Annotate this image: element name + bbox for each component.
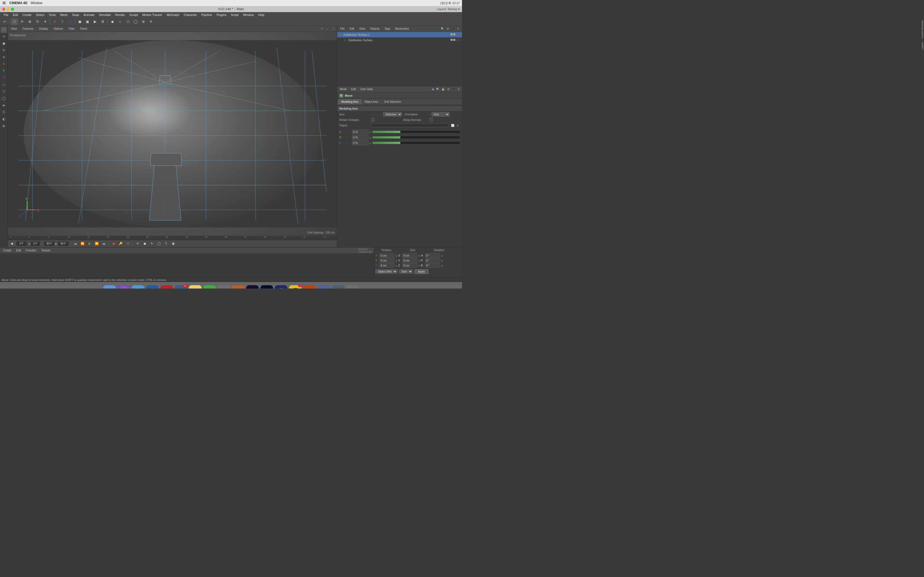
obj-tab-bookmarks[interactable]: Bookmarks — [393, 27, 411, 31]
x-input[interactable] — [352, 130, 368, 134]
obj-tab-objects[interactable]: Objects — [368, 27, 381, 31]
menu-create[interactable]: Create — [21, 13, 34, 17]
dock-find-my[interactable]: 📍 — [203, 285, 216, 288]
h-rot-input[interactable] — [425, 253, 440, 258]
z-axis-btn[interactable]: Z — [66, 18, 74, 25]
scale-tool-btn[interactable]: ⊕ — [26, 18, 33, 25]
viewport-down-btn[interactable]: ↓ — [325, 26, 330, 31]
dock-cinema4d-render[interactable]: 🌀 — [275, 285, 288, 288]
dock-safari[interactable]: 🧭 — [132, 285, 144, 288]
tool-edges[interactable]: ✛ — [0, 33, 7, 40]
obj-mgr-settings-btn[interactable]: ⚙ — [446, 27, 450, 31]
tab-panel[interactable]: Panel — [78, 27, 90, 31]
x-stepper[interactable]: ▲ — [369, 131, 371, 133]
attr-close-btn[interactable]: ✕ — [457, 87, 461, 92]
z-stepper[interactable]: ▲ — [369, 142, 371, 144]
select-tool-btn[interactable]: ⬡ — [11, 18, 18, 25]
x-pos-input[interactable] — [380, 253, 394, 258]
fullscreen-button[interactable] — [11, 8, 14, 11]
b-rot-input[interactable] — [425, 263, 440, 268]
tool-select-rect[interactable]: ◇ — [0, 81, 7, 88]
attr-search-btn[interactable]: 🔍 — [436, 87, 440, 92]
menu-plugins[interactable]: Plugins — [215, 13, 228, 17]
y-stepper[interactable]: ▲ — [369, 137, 371, 138]
dock-notes[interactable]: 📝 — [189, 285, 202, 288]
viewport-panel-btn[interactable]: □ — [331, 26, 336, 31]
dock-illustrator[interactable]: Ai — [232, 285, 244, 288]
tab-display[interactable]: Display — [37, 27, 50, 31]
y-size-up[interactable]: ▲ — [418, 259, 420, 262]
transform-tool-btn[interactable]: ✦ — [42, 18, 48, 25]
dock-after-effects[interactable]: Ae — [246, 285, 259, 288]
menu-file[interactable]: File — [2, 13, 10, 17]
x-pos-up[interactable]: ▲ — [395, 255, 397, 257]
z-pos-input[interactable] — [380, 263, 394, 268]
attr-tab-user-data[interactable]: User Data — [359, 87, 374, 91]
apple-menu[interactable]: ⌘ — [2, 1, 6, 5]
attr-tab-edit[interactable]: Edit — [349, 87, 357, 91]
object-mode-btn[interactable]: ◼ — [76, 18, 83, 25]
current-frame-input[interactable] — [16, 241, 27, 246]
dock-filezilla[interactable]: 📁 321 — [174, 285, 187, 288]
attr-retain-checkbox[interactable] — [371, 118, 375, 121]
sym-btn[interactable]: ⊗ — [140, 18, 147, 25]
tool-x[interactable]: ✕ — [0, 61, 7, 67]
dock-image-viewer[interactable]: 🖼 — [318, 285, 330, 288]
attr-axis-select[interactable]: Selected World Camera Parent — [383, 112, 402, 116]
play-btn[interactable]: ▶ — [87, 241, 93, 247]
app-name[interactable]: CINEMA 4D — [9, 1, 27, 5]
x-size-input[interactable] — [402, 253, 417, 258]
render-btn[interactable]: ▶ — [92, 18, 99, 25]
window-menu[interactable]: Window — [31, 1, 43, 5]
obj-mgr-expand-btn[interactable]: ⬛ — [451, 27, 455, 31]
tab-filter[interactable]: Filter — [66, 27, 77, 31]
x-size-up[interactable]: ▲ — [418, 255, 420, 257]
grid-btn[interactable]: ⬡ — [124, 18, 131, 25]
tool-points[interactable]: ⬡ — [0, 26, 7, 33]
y-size-input[interactable] — [402, 258, 417, 263]
menu-character[interactable]: Character — [182, 13, 199, 17]
move-tool-btn[interactable]: ✛ — [18, 18, 26, 25]
tool-polygons[interactable]: ◼ — [0, 40, 7, 47]
viewport-maximize-btn[interactable]: ↗ — [319, 26, 324, 31]
fps-input[interactable] — [58, 241, 69, 246]
attr-back-btn[interactable]: ◀ — [430, 87, 435, 92]
frame-value[interactable] — [31, 241, 40, 246]
y-input[interactable] — [352, 135, 368, 140]
mat-tab-edit[interactable]: Edit — [14, 248, 23, 253]
z-size-up[interactable]: ▲ — [418, 264, 420, 267]
tool-lasso[interactable]: ▽ — [0, 88, 7, 95]
add-key-btn[interactable]: ✛ — [134, 241, 141, 247]
key-film-btn[interactable]: ▣ — [170, 241, 176, 247]
dock-opera[interactable]: O — [160, 285, 173, 288]
mat-tab-create[interactable]: Create — [1, 248, 13, 253]
x-axis-btn[interactable]: ✕ — [51, 18, 58, 25]
z-size-input[interactable] — [402, 263, 417, 268]
y-axis-btn[interactable]: Y — [59, 18, 66, 25]
dock-finder[interactable]: 🖥 — [103, 285, 116, 288]
dock-trash[interactable]: 🗑 — [346, 285, 359, 288]
menu-help[interactable]: Help — [256, 13, 267, 17]
menu-mesh[interactable]: Mesh — [58, 13, 69, 17]
apply-button[interactable]: Apply — [414, 269, 428, 274]
attr-settings-btn[interactable]: ⚙ — [446, 87, 451, 92]
dock-transmission[interactable]: ⬇ — [303, 285, 316, 288]
frame-start-btn[interactable]: ◀| — [9, 241, 15, 247]
tab-options[interactable]: Options — [52, 27, 65, 31]
z-pos-up[interactable]: ▲ — [395, 264, 397, 267]
attr-soft-selection-tab[interactable]: Soft Selection — [381, 99, 404, 105]
rotate-tool-btn[interactable]: ↻ — [34, 18, 41, 25]
tab-view[interactable]: View — [9, 27, 19, 31]
tool-s[interactable]: S — [0, 109, 7, 115]
menu-animate[interactable]: Animate — [82, 13, 97, 17]
undo-btn[interactable]: ↩ — [1, 18, 8, 25]
snap-settings-btn[interactable]: ○ — [116, 18, 124, 25]
attr-modeling-axis-tab[interactable]: Modeling Axis — [338, 99, 361, 105]
menu-select[interactable]: Select — [34, 13, 47, 17]
menu-motion-tracker[interactable]: Motion Tracker — [140, 13, 164, 17]
dock-system-prefs[interactable]: ⚙ — [218, 285, 230, 288]
attr-along-normals-checkbox[interactable] — [430, 118, 433, 121]
dock-photos[interactable]: 🏔 — [332, 285, 344, 288]
paint-btn[interactable]: ◯ — [132, 18, 139, 25]
tool-scale[interactable]: ✦ — [0, 54, 7, 60]
